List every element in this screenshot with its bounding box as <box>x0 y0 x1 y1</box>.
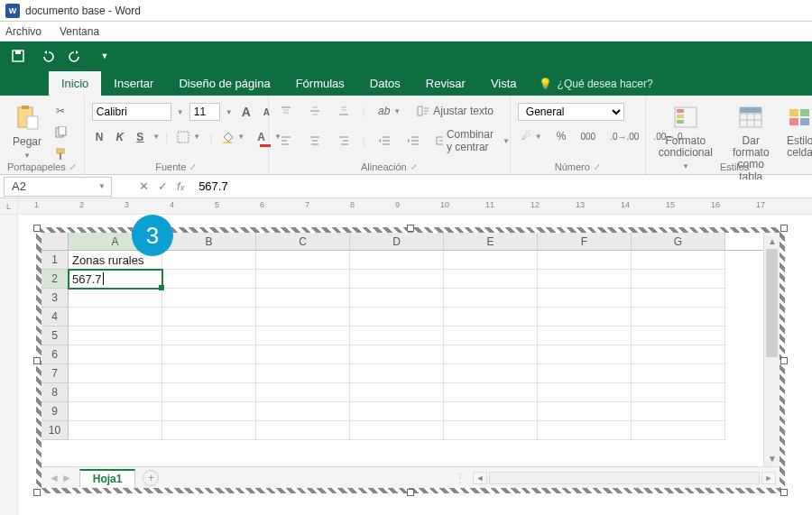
column-header[interactable]: E <box>444 233 538 250</box>
horizontal-ruler[interactable]: 1234567891011121314151617 <box>18 198 812 214</box>
cell[interactable] <box>162 308 256 326</box>
cell[interactable] <box>444 308 538 326</box>
tab-inicio[interactable]: Inicio <box>49 71 101 96</box>
cell[interactable] <box>69 402 162 421</box>
cell[interactable] <box>256 383 350 402</box>
cell[interactable] <box>69 364 162 383</box>
cell[interactable] <box>162 326 256 345</box>
tab-revisar[interactable]: Revisar <box>413 71 478 96</box>
dialog-launcher-icon[interactable]: ⤢ <box>594 162 601 171</box>
scroll-right-icon[interactable]: ► <box>761 472 776 484</box>
cell[interactable] <box>350 270 444 289</box>
cell[interactable] <box>632 270 725 289</box>
qat-customize-icon[interactable]: ▼ <box>94 46 115 66</box>
fill-handle[interactable] <box>159 285 164 290</box>
sheet-tab-active[interactable]: Hoja1 <box>79 469 136 487</box>
cell[interactable] <box>69 345 162 364</box>
cell[interactable] <box>632 251 725 270</box>
chevron-down-icon[interactable]: ▼ <box>226 108 233 116</box>
tell-me-search[interactable]: 💡 ¿Qué desea hacer? <box>530 72 662 96</box>
cell[interactable] <box>350 383 444 402</box>
cell[interactable] <box>632 402 725 421</box>
cell[interactable] <box>256 270 350 289</box>
align-bottom-button[interactable] <box>334 103 354 119</box>
tab-vista[interactable]: Vista <box>478 71 530 96</box>
row-header[interactable]: 7 <box>42 364 69 383</box>
cell[interactable] <box>538 326 632 345</box>
column-header[interactable]: B <box>162 233 256 250</box>
dialog-launcher-icon[interactable]: ⤢ <box>189 162 197 171</box>
menu-ventana[interactable]: Ventana <box>60 25 99 38</box>
cell[interactable] <box>444 326 538 345</box>
cell[interactable] <box>632 289 725 308</box>
column-header[interactable]: C <box>256 233 350 250</box>
row-header[interactable]: 3 <box>42 289 69 308</box>
italic-button[interactable]: K <box>113 129 128 145</box>
scroll-left-icon[interactable]: ◄ <box>473 472 487 484</box>
borders-button[interactable]: ▼ <box>173 129 204 145</box>
tab-insertar[interactable]: Insertar <box>101 71 166 96</box>
menu-archivo[interactable]: Archivo <box>5 25 42 38</box>
cell[interactable] <box>632 421 725 440</box>
resize-handle[interactable] <box>780 489 788 496</box>
row-header[interactable]: 10 <box>42 421 69 440</box>
accept-formula-button[interactable]: ✓ <box>158 179 168 193</box>
cell[interactable] <box>538 308 632 326</box>
scroll-down-icon[interactable]: ▼ <box>764 450 780 466</box>
cell[interactable] <box>444 270 538 289</box>
orientation-button[interactable]: ab▼ <box>374 103 404 119</box>
cell[interactable] <box>162 383 256 402</box>
align-left-button[interactable] <box>276 133 296 149</box>
percent-button[interactable]: % <box>553 128 570 144</box>
cell[interactable] <box>256 251 350 270</box>
cell[interactable] <box>69 289 162 308</box>
select-all-corner[interactable] <box>42 233 69 250</box>
horizontal-scrollbar[interactable]: ⋮ ◄ ► <box>159 472 780 484</box>
tab-diseno[interactable]: Diseño de página <box>166 71 282 96</box>
add-sheet-button[interactable]: + <box>143 470 159 486</box>
scroll-thumb[interactable] <box>766 249 778 357</box>
formula-input[interactable] <box>195 179 812 193</box>
cell[interactable] <box>350 289 444 308</box>
cell[interactable] <box>632 326 725 345</box>
cell[interactable] <box>350 326 444 345</box>
font-name-input[interactable] <box>92 103 171 121</box>
hscroll-track[interactable] <box>489 472 760 484</box>
tab-formulas[interactable]: Fórmulas <box>283 71 357 96</box>
cell[interactable] <box>444 251 538 270</box>
chevron-down-icon[interactable]: ▼ <box>152 133 160 141</box>
increase-font-button[interactable]: A <box>238 103 254 121</box>
cell[interactable] <box>538 421 632 440</box>
cell[interactable] <box>350 345 444 364</box>
row-header[interactable]: 8 <box>42 383 69 402</box>
cell[interactable] <box>256 289 350 308</box>
cell[interactable] <box>444 364 538 383</box>
cell[interactable] <box>162 345 256 364</box>
resize-handle[interactable] <box>33 225 41 232</box>
align-right-button[interactable] <box>334 133 354 149</box>
cell[interactable] <box>69 421 162 440</box>
dialog-launcher-icon[interactable]: ⤢ <box>69 162 77 171</box>
fx-icon[interactable]: fx <box>177 179 184 193</box>
cell[interactable] <box>69 308 162 326</box>
cell[interactable] <box>632 383 725 402</box>
name-box[interactable]: A2 ▼ <box>4 177 112 197</box>
resize-handle[interactable] <box>407 489 414 496</box>
resize-handle[interactable] <box>780 357 788 364</box>
dialog-launcher-icon[interactable]: ⤢ <box>411 162 418 171</box>
increase-indent-button[interactable] <box>403 133 423 149</box>
redo-icon[interactable] <box>65 46 87 66</box>
decrease-indent-button[interactable] <box>374 133 394 149</box>
row-header[interactable]: 9 <box>42 402 69 421</box>
cell[interactable] <box>538 251 632 270</box>
cell[interactable] <box>538 289 632 308</box>
cancel-formula-button[interactable]: ✕ <box>139 179 149 193</box>
cell[interactable] <box>444 289 538 308</box>
cell[interactable] <box>162 289 256 308</box>
number-format-select[interactable]: General <box>518 103 624 121</box>
copy-button[interactable] <box>51 124 70 141</box>
currency-button[interactable]: ☄▼ <box>518 128 546 144</box>
cell[interactable] <box>444 383 538 402</box>
resize-handle[interactable] <box>780 225 788 232</box>
column-header[interactable]: G <box>632 233 725 250</box>
